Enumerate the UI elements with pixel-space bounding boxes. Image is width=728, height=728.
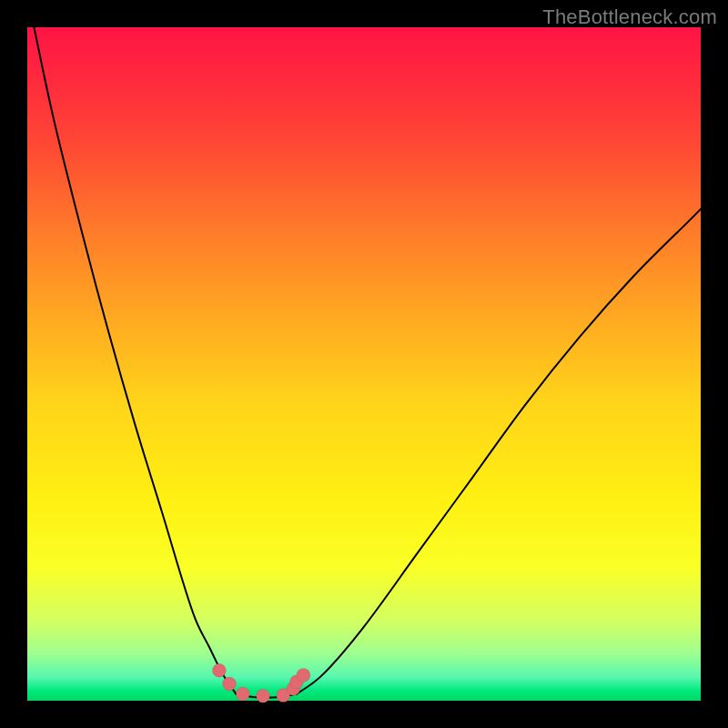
- scatter-point: [212, 663, 226, 677]
- scatter-point: [257, 689, 270, 703]
- watermark-text: TheBottleneck.com: [542, 5, 717, 29]
- curves-group: [34, 27, 701, 698]
- curve-right-branch: [297, 209, 701, 694]
- scatter-point: [297, 668, 310, 682]
- scatter-trough-points: [212, 663, 310, 703]
- chart-svg: [27, 27, 701, 701]
- chart-frame: TheBottleneck.com: [0, 0, 728, 728]
- plot-area: [27, 27, 701, 701]
- scatter-point: [236, 687, 249, 701]
- scatter-point: [223, 677, 237, 691]
- curve-left-branch: [34, 27, 236, 694]
